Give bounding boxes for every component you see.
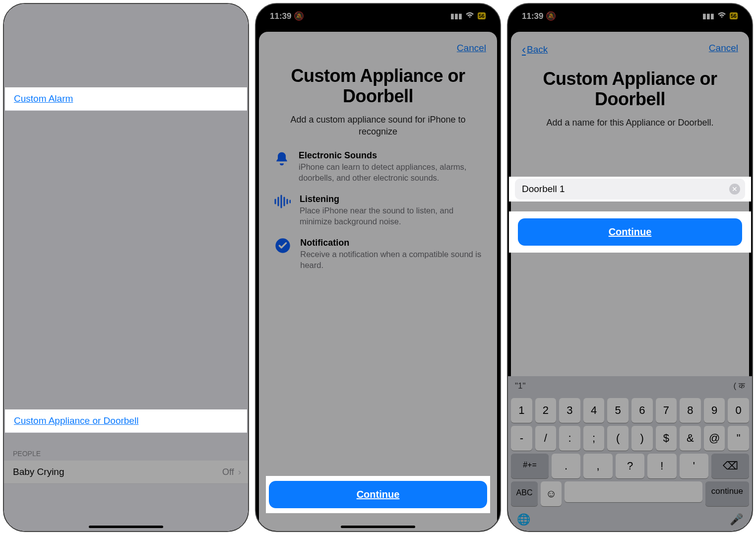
key-8[interactable]: 8 xyxy=(680,398,701,423)
key-question[interactable]: ? xyxy=(616,454,644,478)
waveform-icon xyxy=(274,194,291,227)
wifi-icon xyxy=(465,12,474,20)
cellular-icon: ▮▮▮ xyxy=(450,12,462,20)
cellular-icon: ▮▮▮ xyxy=(702,12,714,20)
key-2[interactable]: 2 xyxy=(535,398,557,423)
wifi-icon xyxy=(717,12,726,20)
key-symbols[interactable]: #+= xyxy=(511,454,549,478)
key-period[interactable]: . xyxy=(552,454,580,478)
suggestion-right[interactable]: ( क xyxy=(734,381,745,391)
custom-alarm-button[interactable]: Custom Alarm xyxy=(5,87,247,111)
key-quote[interactable]: " xyxy=(728,426,749,451)
key-at[interactable]: @ xyxy=(704,426,725,451)
key-amp[interactable]: & xyxy=(680,426,701,451)
battery-icon: 56 xyxy=(477,12,486,20)
name-input[interactable] xyxy=(522,184,729,195)
key-continue[interactable]: continue xyxy=(705,481,749,506)
key-6[interactable]: 6 xyxy=(631,398,653,423)
silent-icon: 🔕 xyxy=(42,11,52,21)
edit-button[interactable]: Edit xyxy=(225,35,241,46)
continue-button[interactable]: Continue xyxy=(269,481,487,508)
bell-icon xyxy=(274,150,290,183)
feature-notification: NotificationReceive a notification when … xyxy=(274,238,482,270)
key-0[interactable]: 0 xyxy=(728,398,749,423)
key-lparen[interactable]: ( xyxy=(607,426,629,451)
custom-appliance-button[interactable]: Custom Appliance or Doorbell xyxy=(5,409,247,433)
key-exclaim[interactable]: ! xyxy=(647,454,676,478)
status-bar: 11:39 🔕 ▮▮▮ 56 xyxy=(508,4,752,28)
wifi-icon xyxy=(213,12,222,20)
key-colon[interactable]: : xyxy=(559,426,580,451)
nav-bar: ‹Back Sounds Edit xyxy=(4,28,248,54)
key-7[interactable]: 7 xyxy=(656,398,677,423)
modal-subtitle: Add a name for this Appliance or Doorbel… xyxy=(519,117,741,129)
key-3[interactable]: 3 xyxy=(559,398,580,423)
chevron-left-icon: ‹ xyxy=(11,34,15,48)
key-4[interactable]: 4 xyxy=(583,398,605,423)
key-slash[interactable]: / xyxy=(535,426,557,451)
cellular-icon: ▮▮▮ xyxy=(198,12,210,20)
sound-row-smoke[interactable]: Smoke Off› xyxy=(4,61,248,84)
battery-icon: 56 xyxy=(729,12,738,20)
modal-subtitle: Add a custom appliance sound for iPhone … xyxy=(267,114,489,138)
battery-icon: 57 xyxy=(225,12,234,20)
cancel-button[interactable]: Cancel xyxy=(457,43,486,54)
key-comma[interactable]: , xyxy=(583,454,612,478)
key-backspace[interactable]: ⌫ xyxy=(711,454,749,478)
page-title: Sounds xyxy=(113,35,149,46)
cancel-button[interactable]: Cancel xyxy=(709,43,738,57)
clear-icon[interactable]: ✕ xyxy=(729,184,740,195)
back-button[interactable]: ‹Back xyxy=(11,34,37,48)
status-bar: 11:34 🔕 ▮▮▮ 57 xyxy=(4,4,248,28)
key-apostrophe[interactable]: ' xyxy=(680,454,708,478)
silent-icon: 🔕 xyxy=(294,11,304,21)
name-input-wrap: ✕ xyxy=(515,179,745,200)
key-dollar[interactable]: $ xyxy=(656,426,677,451)
key-dash[interactable]: - xyxy=(511,426,532,451)
key-abc[interactable]: ABC xyxy=(511,481,538,506)
feature-listening: ListeningPlace iPhone near the sound to … xyxy=(274,194,482,227)
feature-electronic: Electronic SoundsiPhone can learn to det… xyxy=(274,150,482,183)
key-emoji[interactable]: ☺ xyxy=(541,481,562,506)
key-semicolon[interactable]: ; xyxy=(583,426,605,451)
key-1[interactable]: 1 xyxy=(511,398,532,423)
key-5[interactable]: 5 xyxy=(607,398,629,423)
checkmark-circle-icon xyxy=(274,238,291,270)
mic-icon[interactable]: 🎤 xyxy=(730,513,743,526)
home-indicator[interactable] xyxy=(89,526,163,528)
globe-icon[interactable]: 🌐 xyxy=(517,513,530,526)
modal-title: Custom Appliance or Doorbell xyxy=(523,68,737,110)
chevron-left-icon: ‹ xyxy=(522,43,526,57)
chevron-right-icon: › xyxy=(238,67,241,77)
key-9[interactable]: 9 xyxy=(704,398,725,423)
modal-title: Custom Appliance or Doorbell xyxy=(271,66,485,107)
silent-icon: 🔕 xyxy=(546,11,556,21)
home-indicator[interactable] xyxy=(341,526,415,528)
suggestion-left[interactable]: "1" xyxy=(515,381,526,391)
key-rparen[interactable]: ) xyxy=(631,426,653,451)
continue-button[interactable]: Continue xyxy=(518,218,742,246)
status-bar: 11:39 🔕 ▮▮▮ 56 xyxy=(256,4,500,28)
back-button[interactable]: ‹Back xyxy=(522,43,548,57)
keyboard[interactable]: "1" ( क 1 2 3 4 5 6 7 8 9 0 - / : ; ( xyxy=(508,376,752,531)
key-space[interactable] xyxy=(565,481,702,502)
